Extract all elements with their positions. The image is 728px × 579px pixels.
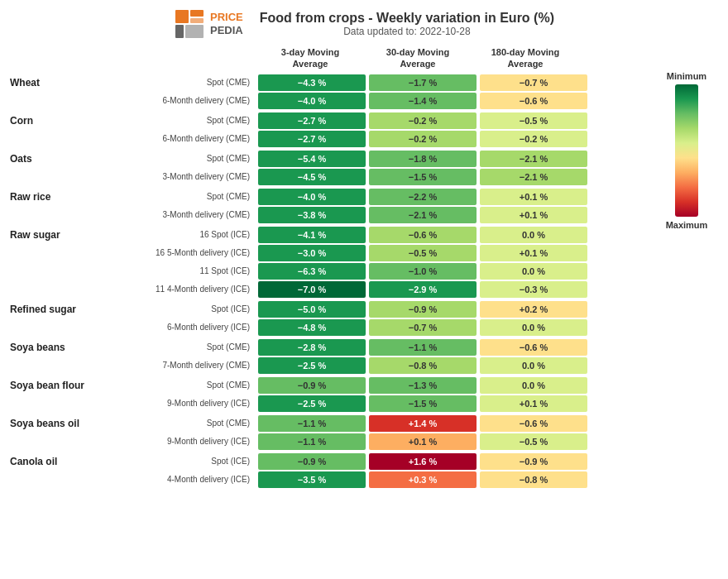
cell-col2: +0.3 % (369, 471, 477, 488)
category-label: Oats (8, 153, 124, 165)
sub-label: 3-Month delivery (CME) (124, 210, 256, 219)
cell-col2: −0.8 % (369, 357, 477, 374)
sub-label: 7-Month delivery (CME) (124, 361, 256, 370)
cell-col3: −0.5 % (480, 112, 587, 129)
cell-col2: −0.6 % (369, 227, 477, 243)
cell-col1: −2.8 % (258, 339, 366, 356)
table-row: 16 5-Month delivery (ICE)−3.0 %−0.5 %+0.… (8, 244, 645, 262)
table-row: Refined sugarSpot (ICE)−5.0 %−0.9 %+0.2 … (8, 300, 645, 318)
sub-label: Spot (CME) (124, 342, 256, 352)
col-header-2: 30-day MovingAverage (364, 46, 472, 70)
cell-col3: −0.6 % (480, 415, 587, 432)
sub-label: 9-Month delivery (ICE) (124, 399, 256, 408)
cell-col2: −1.5 % (369, 395, 477, 412)
cell-col3: 0.0 % (480, 263, 587, 280)
sub-label: Spot (CME) (124, 419, 256, 428)
table-row: WheatSpot (CME)−4.3 %−1.7 %−0.7 % (8, 74, 645, 92)
cell-col2: −1.5 % (369, 169, 477, 185)
table-row: 3-Month delivery (CME)−3.8 %−2.1 %+0.1 % (8, 206, 645, 224)
sub-label: 6-Month delivery (ICE) (124, 323, 256, 332)
cell-col2: −0.9 % (369, 301, 477, 318)
svg-rect-1 (190, 10, 204, 17)
table-row: 6-Month delivery (CME)−4.0 %−1.4 %−0.6 % (8, 92, 645, 110)
cell-col1: −3.8 % (258, 207, 366, 223)
cell-col2: −0.2 % (369, 112, 477, 129)
cell-col2: −2.2 % (369, 189, 477, 205)
title-block: Food from crops - Weekly variation in Eu… (260, 11, 554, 37)
cell-col3: +0.1 % (480, 245, 587, 261)
content-area: 3-day MovingAverage 30-day MovingAverage… (8, 46, 720, 489)
table-row: CornSpot (CME)−2.7 %−0.2 %−0.5 % (8, 112, 645, 130)
column-headers: 3-day MovingAverage 30-day MovingAverage… (256, 46, 645, 70)
logo: PRICE PEDIA (174, 8, 243, 40)
legend-max-label: Maximum (666, 220, 708, 230)
category-label: Corn (8, 115, 124, 127)
sub-label: Spot (CME) (124, 116, 256, 125)
table-row: Raw riceSpot (CME)−4.0 %−2.2 %+0.1 % (8, 188, 645, 206)
cell-col1: −4.0 % (258, 93, 366, 109)
legend: Minimum Maximum (654, 46, 720, 489)
table-row: Soya bean flourSpot (CME)−0.9 %−1.3 %0.0… (8, 376, 645, 395)
sub-label: Spot (ICE) (124, 457, 256, 466)
cell-col2: +0.1 % (369, 433, 477, 450)
category-label: Raw sugar (8, 229, 124, 241)
cell-col1: −2.5 % (258, 395, 366, 412)
cell-col1: −4.0 % (258, 189, 366, 205)
table-row: 11 4-Month delivery (ICE)−7.0 %−2.9 %−0.… (8, 280, 645, 299)
cell-col3: −0.6 % (480, 93, 587, 109)
cell-col1: −2.7 % (258, 112, 366, 129)
category-label: Soya bean flour (8, 380, 124, 391)
cell-col3: 0.0 % (480, 227, 587, 243)
svg-rect-0 (175, 10, 189, 23)
sub-label: 9-Month delivery (ICE) (124, 437, 256, 446)
table-row: 7-Month delivery (CME)−2.5 %−0.8 %0.0 % (8, 356, 645, 375)
table-row: Raw sugar16 Spot (ICE)−4.1 %−0.6 %0.0 % (8, 226, 645, 244)
cell-col2: −0.7 % (369, 319, 477, 336)
data-rows: WheatSpot (CME)−4.3 %−1.7 %−0.7 %6-Month… (8, 74, 645, 489)
cell-col3: −0.3 % (480, 281, 587, 298)
logo-price: PRICE (210, 11, 243, 24)
cell-col2: −1.7 % (369, 74, 477, 91)
sub-label: 6-Month delivery (CME) (124, 96, 256, 105)
sub-label: Spot (CME) (124, 192, 256, 201)
cell-col2: −1.1 % (369, 339, 477, 356)
cell-col3: −0.5 % (480, 433, 587, 450)
subtitle: Data updated to: 2022-10-28 (260, 26, 554, 37)
table-row: 6-Month delivery (CME)−2.7 %−0.2 %−0.2 % (8, 130, 645, 148)
cell-col3: 0.0 % (480, 357, 587, 374)
svg-rect-4 (185, 25, 204, 38)
table-row: 9-Month delivery (ICE)−1.1 %+0.1 %−0.5 % (8, 433, 645, 451)
table-row: 6-Month delivery (ICE)−4.8 %−0.7 %0.0 % (8, 318, 645, 337)
table-row: 3-Month delivery (CME)−4.5 %−1.5 %−2.1 % (8, 168, 645, 186)
cell-col3: −0.7 % (480, 74, 587, 91)
cell-col3: +0.1 % (480, 189, 587, 205)
cell-col1: −1.1 % (258, 433, 366, 450)
logo-pedia: PEDIA (210, 24, 243, 37)
cell-col3: −0.9 % (480, 453, 587, 470)
cell-col3: 0.0 % (480, 377, 587, 394)
cell-col1: −1.1 % (258, 415, 366, 432)
cell-col1: −4.8 % (258, 319, 366, 336)
category-label: Soya beans (8, 342, 124, 353)
category-label: Refined sugar (8, 304, 124, 315)
cell-col2: −2.1 % (369, 207, 477, 223)
sub-label: 11 4-Month delivery (ICE) (124, 285, 256, 294)
logo-icon (174, 8, 205, 40)
sub-label: 16 5-Month delivery (ICE) (124, 248, 256, 257)
table-row: Soya beans oilSpot (CME)−1.1 %+1.4 %−0.6… (8, 414, 645, 433)
sub-label: Spot (CME) (124, 78, 256, 87)
category-label: Wheat (8, 77, 124, 89)
cell-col1: −2.7 % (258, 131, 366, 147)
svg-rect-2 (190, 18, 204, 23)
category-label: Raw rice (8, 191, 124, 203)
cell-col3: −2.1 % (480, 169, 587, 185)
logo-text: PRICE PEDIA (210, 11, 243, 36)
cell-col1: −2.5 % (258, 357, 366, 374)
cell-col3: −0.8 % (480, 471, 587, 488)
cell-col2: −0.5 % (369, 245, 477, 261)
sub-label: 16 Spot (ICE) (124, 230, 256, 239)
legend-min-label: Minimum (667, 71, 706, 81)
sub-label: 3-Month delivery (CME) (124, 172, 256, 181)
page-header: PRICE PEDIA Food from crops - Weekly var… (8, 8, 720, 40)
table-row: Soya beansSpot (CME)−2.8 %−1.1 %−0.6 % (8, 338, 645, 356)
